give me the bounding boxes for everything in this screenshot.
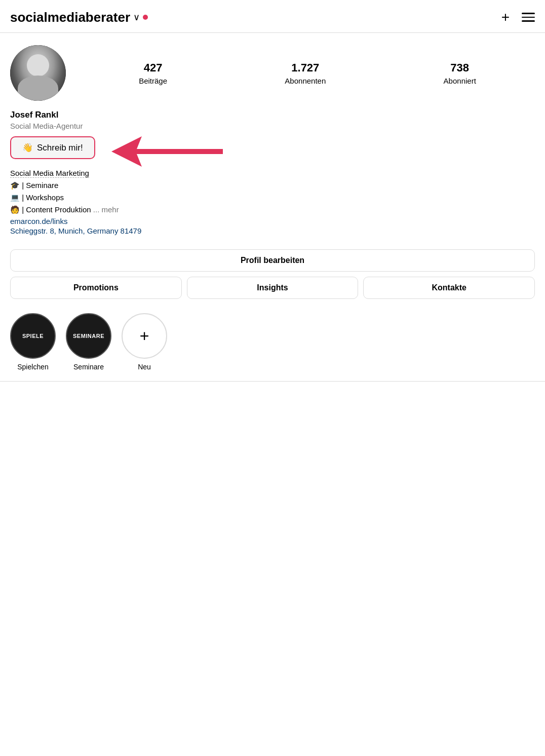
profile-section: 427 Beiträge 1.727 Abonnenten 738 Abonni… — [0, 33, 545, 243]
posts-label: Beiträge — [139, 77, 167, 85]
bio-address: Schieggstr. 8, Munich, Germany 81479 — [10, 226, 535, 235]
bio-marketing: Social Media Marketing — [10, 169, 89, 178]
profile-category: Social Media-Agentur — [10, 122, 535, 130]
avatar[interactable] — [10, 45, 66, 101]
action-buttons: Profil bearbeiten Promotions Insights Ko… — [0, 243, 545, 305]
stats-row: 427 Beiträge 1.727 Abonnenten 738 Abonni… — [80, 61, 535, 85]
menu-button[interactable] — [522, 13, 535, 22]
menu-line-1 — [522, 13, 535, 14]
posts-stat[interactable]: 427 Beiträge — [139, 61, 167, 85]
add-highlight-icon: + — [140, 328, 149, 344]
highlight-circle: + — [122, 313, 167, 359]
highlight-circle: SEMINARE — [66, 313, 111, 359]
promotions-button[interactable]: Promotions — [10, 277, 182, 299]
add-post-button[interactable]: + — [501, 9, 510, 25]
menu-line-3 — [522, 20, 535, 22]
edit-profile-button[interactable]: Profil bearbeiten — [10, 249, 535, 272]
highlight-item[interactable]: SPIELESpielchen — [10, 313, 56, 371]
username[interactable]: socialmediaberater — [10, 10, 130, 25]
highlight-item[interactable]: SEMINARESeminare — [66, 313, 111, 371]
menu-line-2 — [522, 17, 535, 18]
notification-dot — [143, 15, 148, 20]
following-label: Abonniert — [444, 77, 476, 85]
header: socialmediaberater ∨ + — [0, 0, 545, 33]
highlight-label: Neu — [138, 363, 151, 371]
avatar-wrapper — [10, 45, 66, 101]
highlight-circle-text: SPIELE — [19, 333, 47, 339]
posts-count: 427 — [144, 61, 163, 74]
bio-link[interactable]: emarcon.de/links — [10, 217, 535, 225]
highlight-label: Spielchen — [17, 363, 49, 371]
kontakte-button[interactable]: Kontakte — [363, 277, 535, 299]
username-area: socialmediaberater ∨ — [10, 10, 148, 25]
bio-line-3: 💻 | Workshops — [10, 192, 535, 204]
cta-wrapper: 👋 Schreib mir! — [10, 136, 95, 159]
bio-more[interactable]: ... mehr — [93, 205, 119, 214]
profile-name: Josef Rankl — [10, 110, 535, 120]
bio-line-1: Social Media Marketing — [10, 167, 535, 179]
bio-line-4: 🧑 | Content Produktion ... mehr — [10, 204, 535, 216]
svg-marker-0 — [111, 136, 223, 167]
cta-button[interactable]: 👋 Schreib mir! — [10, 136, 95, 159]
followers-label: Abonnenten — [285, 77, 326, 85]
highlight-circle-text: SEMINARE — [70, 333, 107, 339]
arrow-icon — [111, 131, 223, 172]
followers-count: 1.727 — [291, 61, 319, 74]
bio-content: 🧑 | Content Produktion — [10, 205, 91, 214]
following-stat[interactable]: 738 Abonniert — [444, 61, 476, 85]
grid-separator — [0, 381, 545, 382]
cta-text: Schreib mir! — [37, 143, 83, 153]
following-count: 738 — [450, 61, 469, 74]
highlight-item[interactable]: +Neu — [122, 313, 167, 371]
insights-button[interactable]: Insights — [187, 277, 359, 299]
profile-top: 427 Beiträge 1.727 Abonnenten 738 Abonni… — [10, 45, 535, 101]
bio-line-2: 🎓 | Seminare — [10, 179, 535, 192]
avatar-image — [10, 45, 66, 101]
highlights-section: SPIELESpielchenSEMINARESeminare+Neu — [0, 305, 545, 381]
highlight-label: Seminare — [73, 363, 104, 371]
chevron-down-icon[interactable]: ∨ — [133, 12, 140, 23]
cta-emoji: 👋 — [22, 142, 33, 153]
header-actions: + — [501, 9, 535, 25]
highlight-circle: SPIELE — [10, 313, 56, 359]
secondary-buttons-row: Promotions Insights Kontakte — [10, 277, 535, 299]
followers-stat[interactable]: 1.727 Abonnenten — [285, 61, 326, 85]
